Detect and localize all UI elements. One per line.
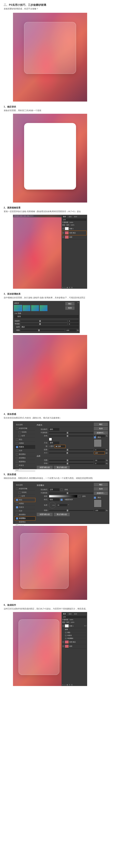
item-blend[interactable]: 混合选项 — [15, 483, 35, 487]
opacity-slider[interactable] — [49, 432, 94, 433]
item-satin[interactable]: 光泽 — [15, 509, 35, 513]
mask-icon[interactable]: ◻ — [64, 684, 66, 686]
item-texture[interactable]: 纹理 — [15, 434, 35, 438]
folder-icon[interactable]: ▣ — [67, 684, 68, 686]
tab-layers[interactable]: 图层 — [62, 215, 67, 218]
blend-mode-select[interactable]: 正常 — [49, 488, 59, 491]
fx-inner-glow[interactable]: 内发光 — [62, 634, 87, 637]
cancel-button[interactable]: 取消 — [65, 306, 75, 310]
texture-select[interactable]: 磨砂 — [21, 326, 79, 329]
reverse-checkbox[interactable] — [78, 495, 80, 497]
item-contour[interactable]: 等高线 — [15, 491, 35, 494]
fx-header[interactable]: 效果 — [62, 628, 87, 631]
gradient-picker[interactable] — [49, 495, 77, 498]
item-grad-overlay[interactable]: 渐变叠加 — [15, 456, 35, 460]
preset-thumb[interactable] — [23, 305, 30, 311]
blend-mode-select[interactable]: 正常 — [62, 616, 87, 618]
preview-checkbox[interactable] — [94, 436, 96, 438]
item-bevel[interactable]: 斜面和浮雕 — [15, 427, 35, 430]
trash-icon[interactable]: 🗑 — [71, 684, 73, 686]
tab-channels[interactable]: 通道 — [68, 215, 72, 218]
tab-layers[interactable]: 图层 — [62, 613, 67, 615]
item-blend[interactable]: 混合选项 — [15, 423, 35, 427]
source-edge-radio[interactable]: ◉ 边缘 — [55, 445, 65, 448]
item-inner-shadow[interactable]: 内阴影 — [15, 441, 35, 445]
item-bevel[interactable]: 斜面和浮雕 — [15, 487, 35, 491]
dither-checkbox[interactable] — [60, 489, 63, 491]
noise-slider[interactable] — [49, 436, 94, 436]
item-color-overlay[interactable]: 颜色叠加 — [15, 453, 35, 456]
blend-mode-select[interactable]: 滤色 — [49, 428, 59, 431]
fx-grad-overlay[interactable]: 渐变叠加 — [62, 637, 87, 640]
item-pattern-overlay[interactable]: 图案叠加 — [15, 460, 35, 464]
item-inner-glow[interactable]: 内发光 — [15, 505, 35, 509]
style-select[interactable]: 线性 — [49, 498, 59, 501]
layer-bg[interactable]: 背景 — [62, 235, 87, 239]
cancel-button[interactable]: 取消 — [94, 427, 108, 430]
tab-paths[interactable]: 路径 — [73, 613, 78, 615]
preset-thumb[interactable] — [31, 305, 39, 311]
choke-slider[interactable] — [49, 450, 94, 450]
ok-button[interactable]: 确定 — [94, 423, 108, 426]
trash-icon[interactable]: 🗑 — [71, 287, 73, 288]
folder-distort[interactable]: ▸ 扭曲 — [14, 312, 79, 315]
jitter-input[interactable]: 0 — [95, 462, 105, 465]
preset-thumb[interactable] — [40, 305, 47, 311]
layer-rect[interactable]: 矩形 1 — [62, 226, 87, 231]
distort-value[interactable]: 3 — [68, 320, 79, 322]
set-default-button[interactable]: 设置为默认值 — [37, 513, 53, 516]
visibility-icon[interactable] — [65, 634, 67, 637]
visibility-icon[interactable] — [65, 638, 67, 640]
opacity-value[interactable]: 100% — [69, 222, 73, 223]
preview-checkbox[interactable] — [94, 497, 96, 499]
tab-channels[interactable]: 通道 — [68, 613, 72, 615]
range-input[interactable]: 50 — [95, 459, 105, 462]
visibility-icon[interactable] — [62, 232, 64, 234]
new-layer-icon[interactable]: ⊞ — [69, 684, 70, 686]
size-input[interactable]: 120 — [94, 452, 104, 454]
method-select[interactable]: 柔和 — [49, 441, 59, 444]
fx-icon[interactable]: fx — [62, 684, 64, 686]
ok-button[interactable]: 确定 — [65, 302, 75, 306]
opacity-value[interactable]: 100% — [69, 619, 73, 621]
tab-paths[interactable]: 路径 — [73, 215, 78, 218]
preset-thumb[interactable] — [14, 305, 22, 311]
layer-bg-copy[interactable]: 背景 拷贝 — [62, 231, 87, 235]
visibility-icon[interactable] — [65, 632, 67, 633]
visibility-icon[interactable] — [62, 228, 64, 229]
scale-slider[interactable] — [21, 330, 65, 331]
new-layer-icon[interactable]: ⊞ — [69, 287, 70, 288]
reset-default-button[interactable]: 复位为默认值 — [54, 466, 70, 469]
layer-rect[interactable]: 矩形 1 fx ▾ — [62, 624, 87, 628]
filter-glass[interactable]: 玻璃 — [14, 315, 79, 318]
set-default-button[interactable]: 设置为默认值 — [37, 466, 53, 469]
angle-input[interactable]: 90 — [57, 504, 67, 506]
item-drop-shadow[interactable]: 投影 — [15, 467, 35, 471]
scale-slider[interactable] — [49, 510, 94, 511]
item-texture[interactable]: 纹理 — [15, 494, 35, 498]
item-pattern-overlay[interactable]: 图案叠加 — [15, 520, 35, 524]
choke-input[interactable]: 0 — [95, 449, 105, 451]
angle-dial[interactable] — [49, 502, 56, 508]
layer-bg-copy[interactable]: 背景 拷贝 — [62, 640, 87, 644]
visibility-icon[interactable] — [62, 236, 64, 238]
range-slider[interactable] — [49, 460, 94, 461]
fx-icon[interactable]: fx — [62, 287, 64, 288]
jitter-slider[interactable] — [49, 463, 94, 464]
blend-mode-select[interactable]: 正常 — [62, 218, 87, 221]
scale-value[interactable]: 100 — [66, 329, 76, 332]
glow-color-swatch[interactable] — [49, 438, 52, 441]
align-checkbox[interactable] — [60, 499, 63, 501]
distort-slider[interactable] — [21, 321, 67, 321]
fill-value[interactable]: 100% — [70, 224, 74, 226]
new-style-button[interactable]: 新建样式... — [94, 431, 108, 435]
size-slider[interactable] — [49, 453, 93, 453]
item-grad-overlay[interactable]: 渐变叠加 — [15, 517, 35, 520]
source-center-radio[interactable]: ○ 居中 — [49, 445, 54, 447]
folder-icon[interactable]: ▣ — [67, 287, 68, 288]
layer-bg[interactable]: 背景 — [62, 644, 87, 648]
ok-button[interactable]: 确定 — [94, 483, 108, 487]
smooth-slider[interactable] — [21, 324, 67, 324]
item-inner-shadow[interactable]: 内阴影 — [15, 502, 35, 505]
smooth-value[interactable]: 3 — [68, 323, 79, 325]
